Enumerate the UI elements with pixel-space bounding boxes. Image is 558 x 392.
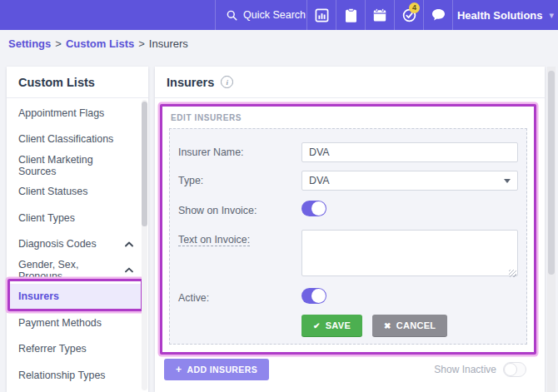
edit-section-title: EDIT INSURERS (171, 113, 242, 122)
dropdown-caret-icon (504, 179, 511, 183)
insurers-panel: Insurers i EDIT INSURERS Insurer Name: T… (155, 67, 545, 392)
show-inactive-control: Show Inactive (434, 362, 526, 377)
show-inactive-toggle[interactable] (503, 362, 526, 377)
show-inactive-label: Show Inactive (434, 364, 496, 375)
active-toggle[interactable] (301, 288, 326, 304)
breadcrumb: Settings>Custom Lists>Insurers (8, 37, 188, 50)
show-on-invoice-row: Show on Invoice: (178, 201, 518, 220)
breadcrumb-settings[interactable]: Settings (8, 37, 51, 50)
sidebar-title: Custom Lists (18, 76, 95, 89)
chevron-up-icon (125, 241, 133, 247)
type-select[interactable]: DVA (301, 171, 518, 191)
check-icon: ✔ (313, 321, 321, 330)
calendar-icon (373, 8, 386, 22)
save-button[interactable]: ✔ SAVE (301, 315, 362, 336)
sidebar-scrollbar[interactable] (142, 100, 147, 390)
sidebar-scrollbar-thumb[interactable] (142, 102, 147, 226)
page-scrollbar[interactable] (547, 67, 556, 392)
sidebar-item-client-statuses[interactable]: Client Statuses (7, 179, 148, 206)
breadcrumb-separator: > (138, 37, 145, 50)
breadcrumb-separator: > (55, 37, 62, 50)
info-icon[interactable]: i (221, 76, 233, 88)
page-scrollbar-thumb[interactable] (548, 71, 555, 275)
sidebar-item-client-marketing-sources[interactable]: Client Marketing Sources (7, 152, 148, 179)
breadcrumb-current: Insurers (149, 37, 188, 50)
edit-insurers-form: Insurer Name: Type: DVA Show o (169, 128, 527, 345)
insurer-name-row: Insurer Name: (178, 142, 518, 162)
chevron-down-icon: ▾ (550, 10, 555, 21)
insurer-name-label: Insurer Name: (178, 142, 301, 158)
edit-insurers-card: EDIT INSURERS Insurer Name: Type: DVA (160, 104, 536, 355)
bar-chart-icon (315, 8, 329, 22)
quick-search-label: Quick Search (243, 9, 306, 21)
sidebar-item-client-classifications[interactable]: Client Classifications (7, 127, 148, 153)
type-row: Type: DVA (178, 171, 518, 191)
cancel-button[interactable]: ✖ CANCEL (372, 315, 447, 336)
form-actions: ✔ SAVE ✖ CANCEL (301, 315, 518, 336)
sidebar-item-referrer-types[interactable]: Referrer Types (7, 336, 148, 363)
chevron-up-icon (125, 267, 133, 273)
topbar-logo-area (0, 0, 215, 30)
type-label: Type: (178, 171, 301, 186)
sidebar-item-payment-methods[interactable]: Payment Methods (7, 310, 148, 336)
text-on-invoice-label: Text on Invoice: (178, 230, 301, 246)
sidebar-item-gender-sex-pronouns[interactable]: Gender, Sex, Pronouns (7, 257, 148, 284)
text-on-invoice-row: Text on Invoice: (178, 230, 518, 280)
sidebar-header: Custom Lists (7, 67, 148, 98)
quick-search-button[interactable]: Quick Search (215, 0, 306, 30)
type-selected-value: DVA (309, 175, 330, 186)
account-name: Health Solutions (457, 9, 543, 22)
sidebar-item-client-types[interactable]: Client Types (7, 205, 148, 231)
tasks-button[interactable]: 4 (394, 0, 423, 30)
custom-lists-sidebar: Custom Lists Appointment Flags Client Cl… (7, 67, 148, 392)
chat-bubble-icon (431, 8, 446, 22)
reports-button[interactable] (306, 0, 336, 30)
notification-badge: 4 (409, 2, 420, 13)
account-menu[interactable]: Health Solutions ▾ (452, 0, 558, 30)
breadcrumb-custom-lists[interactable]: Custom Lists (66, 37, 134, 50)
search-icon (227, 10, 237, 21)
top-navigation-bar: Quick Search (0, 0, 558, 30)
clipboard-icon (345, 8, 357, 22)
show-on-invoice-label: Show on Invoice: (178, 201, 301, 216)
insurers-panel-header: Insurers i (155, 67, 545, 98)
show-on-invoice-toggle[interactable] (301, 201, 326, 216)
x-icon: ✖ (384, 321, 391, 330)
active-row: Active: (178, 288, 518, 307)
sidebar-item-appointment-flags[interactable]: Appointment Flags (7, 100, 148, 127)
sidebar-item-relationship-types[interactable]: Relationship Types (7, 362, 148, 389)
sidebar-item-insurers[interactable]: Insurers (7, 284, 142, 310)
insurer-name-input[interactable] (301, 142, 518, 162)
plus-icon: + (176, 364, 182, 375)
sidebar-item-list: Appointment Flags Client Classifications… (7, 100, 148, 389)
text-on-invoice-textarea[interactable] (301, 230, 518, 276)
add-insurers-button[interactable]: + ADD INSURERS (164, 359, 269, 380)
calendar-button[interactable] (365, 0, 394, 30)
messages-button[interactable] (423, 0, 452, 30)
notes-button[interactable] (336, 0, 365, 30)
active-label: Active: (178, 288, 301, 304)
sidebar-item-diagnosis-codes[interactable]: Diagnosis Codes (7, 231, 148, 258)
page-title: Insurers (167, 76, 214, 89)
app-screen: Quick Search (0, 0, 558, 392)
